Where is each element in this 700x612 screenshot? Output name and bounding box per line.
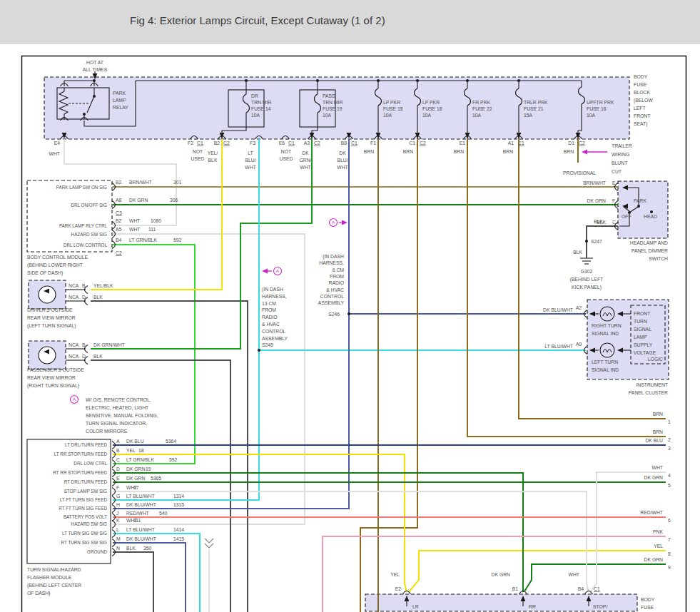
label-cluster.a9: A9 (576, 342, 582, 347)
wire-break-symbol (205, 539, 213, 548)
label-cluster.logic_box.2: SIGNAL (634, 327, 651, 332)
label-bottom_block.e2: E2 (395, 586, 402, 591)
label-bcm.pins.0.circuit: 301 (173, 180, 182, 185)
junction-dot (316, 79, 319, 82)
label-cluster.caption.0: INSTRUMENT (636, 382, 668, 387)
body-control-module (27, 180, 112, 252)
label-flasher.pins.6.wire: LT BLU/WHT (126, 494, 155, 499)
label-flasher.pins.6.pin: G (116, 494, 120, 499)
label-fuse_block.terminals.f1: F1 (370, 141, 376, 146)
label-mirrors.note_a.0: W/ O/S, REMOTE CONTROL, (86, 397, 151, 402)
label-fuse_block.terminals.e6_note.0: NOT (281, 149, 291, 154)
label-splices.s245.8: S245 (262, 342, 273, 347)
label-exits.8.num: 9 (668, 565, 671, 570)
label-flasher.pins.8.circuit: 540 (159, 511, 168, 516)
label-flasher.pins.3.label: RT RR STOP/TURN FEED (53, 470, 107, 475)
label-mirrors.passenger.nca_b: NCA (69, 342, 79, 347)
label-fuse_block.fuses.4.2: 10A (472, 113, 482, 118)
label-fuse_block.terminals.b8_conn: C1 (351, 141, 357, 146)
label-bcm.pins.2.label: PARK LAMP RLY CTRL (59, 223, 108, 228)
label-bcm.pins.3.circuit: 111 (148, 227, 156, 232)
label-fuse_block.fuses.3.0: LP PKR (422, 100, 440, 105)
label-flasher.pins.1.wire: YEL (126, 448, 136, 453)
label-flasher.pins.11.wire: DK BLU/WHT (126, 536, 156, 541)
wire-blk-350 (113, 552, 153, 612)
label-fuse_block.fuses.0.0: DR (251, 93, 258, 98)
label-fuse_block.terminals.e6_conn: C1 (288, 141, 295, 146)
label-flasher.pins.12.pin: N (116, 546, 120, 551)
label-fuse_block.trailer_note.1: WIRING (612, 152, 629, 157)
label-splices.s246.1: HARNESS, (319, 260, 344, 265)
junction-dot (466, 79, 469, 82)
label-flasher.pins.9.pin: K (116, 518, 120, 523)
junction-dot (416, 79, 419, 82)
label-cluster.logic: LOGIC (648, 357, 663, 362)
label-cluster.logic_box.4: SUPPLY (634, 342, 653, 347)
label-mirrors.note_a.2: SENSITIVE, MANUAL FOLDING, (86, 413, 158, 418)
label-fuse_block.trailer_note.3: CUT (612, 169, 622, 174)
label-bcm.pins.1.wire: DK GRN (129, 198, 148, 203)
label-exits.7.wire: YEL (654, 544, 663, 549)
label-flasher.caption.3: OF DASH) (27, 591, 50, 596)
label-mirrors.driver.nca_b: NCA (69, 283, 79, 288)
label-bottom_block.stop: STOP/ (593, 604, 607, 609)
label-fuse_block.side_label.2: BLOCK (634, 90, 651, 95)
label-mirrors.note_a.1: ELECTRIC, HEATED, LIGHT (86, 405, 148, 410)
label-cluster.right_ind.1: SIGNAL IND (592, 331, 619, 336)
label-splices.s246.8: S246 (328, 312, 340, 317)
label-fuse_block.side_label.6: SEAT) (634, 121, 648, 127)
label-fuse_block.provisional: PROVISIONAL (563, 170, 596, 175)
label-flasher.pins.12.wire: BLK (126, 546, 136, 551)
label-bcm.pins.3.label: HAZARD SW SIG (71, 232, 107, 237)
label-splices.s245.4: RADIO (262, 315, 278, 320)
label-flasher.pins.5.pin: F (116, 485, 119, 490)
label-fuse_block.terminals.a1: A1 (508, 141, 514, 146)
label-fuse_block.terminals.a3: A3 (304, 141, 310, 146)
label-fuse_block.relay.0: PARK (113, 91, 126, 96)
label-bcm.pins.4.circuit: 592 (173, 238, 182, 243)
label-exits.1.num: 2 (668, 437, 671, 442)
label-mirrors.passenger.nca_d: NCA (69, 354, 79, 359)
label-fuse_block.fuses.4.1: FUSE 22 (472, 106, 492, 111)
label-flasher.pins.0.circuit: 5364 (166, 439, 176, 444)
label-flasher.pins.5.label: STOP LAMP SW SIG (64, 489, 107, 494)
junction-dot (245, 79, 248, 82)
label-exits.1.wire: BRN (653, 429, 663, 434)
label-cluster.wire_a9: LT BLU/WHT (544, 344, 573, 349)
label-flasher.pins.5.circuit: 17 (133, 485, 139, 490)
mirror-symbol (39, 286, 56, 303)
label-fuse_block.hot.0: HOT AT (86, 60, 103, 65)
label-bcm.conn_c3: C3 (116, 210, 122, 215)
label-fuse_block.fuses.1.1: TRN MIR (323, 100, 343, 105)
label-splices.s246.2: 6 CM (333, 267, 345, 272)
label-flasher.pins.0.pin: A (116, 439, 120, 444)
label-flasher.pins.2.circuit: 592 (169, 457, 178, 462)
label-flasher.pins.1.label: LT RR STOP/TURN FEED (54, 452, 108, 457)
label-fuse_block.terminals.a3_conn: C2 (314, 141, 320, 146)
label-splices.s246.4: RADIO (328, 280, 344, 285)
label-headlamp_switch.off: OFF (622, 214, 631, 219)
label-fuse_block.terminals.e1_wire: BRN (454, 149, 464, 154)
label-cluster.logic_box.3: LAMP (634, 335, 647, 340)
label-exits.8.wire: DK GRN (644, 557, 664, 562)
label-cluster.logic_box.1: TURN (634, 319, 647, 324)
label-mirrors.note_a.3: TURN SIGNAL INDICATOR, (86, 421, 147, 426)
label-fuse_block.fuses.5.2: 15A (524, 113, 533, 118)
label-fuse_block.fuses.6.0: UPFTR PRK (587, 100, 614, 105)
label-bcm.pins.2.pin: B2 (116, 218, 122, 223)
label-cluster.logic_box.5: VOLTAGE (634, 350, 656, 355)
junction-dot (585, 240, 588, 243)
label-fuse_block.terminals.c1_conn: C2 (420, 141, 426, 146)
label-exits.6.wire: PNK (653, 529, 663, 534)
wire-dkbluwht-1415 (113, 543, 186, 612)
label-fuse_block.terminals.c1_wire: BRN (403, 149, 413, 154)
label-fuse_block.trailer_note.2: BLUNT (612, 160, 627, 165)
label-mirrors.passenger.wire_b: DK GRN/WHT (93, 342, 125, 347)
label-fuse_block.side_label.1: FUSE (634, 82, 647, 87)
label-mirrors.driver.caption.1: REAR VIEW MIRROR (27, 315, 76, 320)
label-headlamp_switch.e: E (612, 180, 616, 185)
label-fuse_block.terminals.f3_wire.1: BLU/ (245, 158, 255, 163)
label-headlamp_switch.f: F (612, 198, 615, 203)
label-splices.s246.0: (IN DASH (323, 254, 344, 260)
wiring-diagram: AAAHOT ATALL TIMESPARKLAMPRELAYBODYFUSEB… (0, 0, 700, 612)
